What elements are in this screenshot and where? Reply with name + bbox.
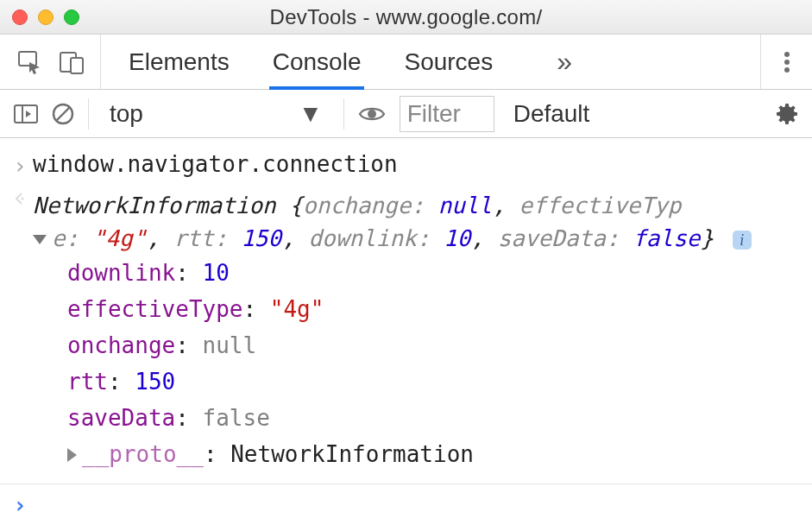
clear-console-icon[interactable] [52, 103, 74, 125]
svg-rect-2 [71, 58, 83, 73]
tab-label: Elements [129, 48, 230, 76]
window-title: DevTools - www.google.com/ [0, 5, 812, 29]
tab-label: Console [273, 48, 362, 76]
tab-label: Sources [404, 48, 493, 76]
expand-toggle-icon[interactable] [67, 448, 77, 462]
context-label: top [110, 100, 143, 128]
object-properties: downlink: 10effectiveType: "4g"onchange:… [33, 256, 803, 473]
object-preview[interactable]: NetworkInformation {onchange: null, effe… [33, 190, 803, 256]
console-input-row: › window.navigator.connection [0, 145, 812, 186]
object-property[interactable]: effectiveType: "4g" [67, 292, 803, 328]
close-window-button[interactable] [12, 9, 28, 25]
object-property[interactable]: rtt: 150 [67, 364, 803, 401]
svg-point-5 [784, 67, 790, 73]
kebab-icon [784, 50, 790, 74]
zoom-window-button[interactable] [64, 9, 79, 25]
console-output-content[interactable]: NetworkInformation {onchange: null, effe… [33, 190, 803, 473]
input-marker-icon: › [7, 149, 33, 183]
live-expression-icon[interactable] [358, 104, 386, 123]
window-controls [12, 9, 79, 25]
console-body: › window.navigator.connection NetworkInf… [0, 138, 812, 526]
object-property[interactable]: onchange: null [67, 328, 803, 364]
console-settings-icon[interactable] [774, 101, 800, 127]
dropdown-arrow-icon: ▼ [299, 100, 323, 128]
toolbar-separator [88, 98, 89, 130]
svg-line-9 [56, 107, 70, 121]
console-prompt-input[interactable] [33, 490, 803, 518]
execution-context-selector[interactable]: top ▼ [103, 96, 330, 132]
toggle-device-toolbar-icon[interactable] [59, 50, 85, 74]
active-tab-underline [269, 86, 365, 90]
console-prompt-row: › [0, 484, 812, 526]
filter-input[interactable] [400, 96, 494, 132]
object-property[interactable]: downlink: 10 [67, 256, 803, 292]
panel-tabs: Elements Console Sources » [101, 35, 760, 89]
toolbar-separator [343, 98, 344, 130]
output-marker-icon [7, 190, 33, 205]
prompt-marker-icon: › [7, 488, 33, 522]
object-proto[interactable]: __proto__: NetworkInformation [67, 437, 803, 473]
more-tabs-button[interactable]: » [557, 35, 567, 89]
console-input-text: window.navigator.connection [33, 149, 803, 181]
svg-point-10 [368, 110, 376, 118]
title-bar: DevTools - www.google.com/ [0, 0, 812, 35]
svg-point-4 [784, 60, 790, 65]
log-level-selector[interactable]: Default [508, 96, 595, 132]
more-tabs-icon: » [557, 46, 567, 78]
svg-point-11 [21, 197, 23, 199]
tab-sources[interactable]: Sources [404, 35, 493, 89]
toggle-console-sidebar-icon[interactable] [14, 104, 38, 124]
tab-elements[interactable]: Elements [129, 35, 230, 89]
devtools-tabs-bar: Elements Console Sources » [0, 35, 812, 90]
console-output-row: NetworkInformation {onchange: null, effe… [0, 186, 812, 477]
svg-point-3 [784, 52, 790, 57]
devtools-menu-button[interactable] [760, 35, 812, 89]
info-badge-icon[interactable]: i [733, 231, 752, 250]
minimize-window-button[interactable] [38, 9, 54, 25]
inspect-element-icon[interactable] [17, 50, 43, 74]
console-toolbar: top ▼ Default [0, 90, 812, 138]
object-property[interactable]: saveData: false [67, 401, 803, 437]
svg-rect-0 [19, 52, 36, 66]
object-class-name: NetworkInformation [33, 193, 276, 218]
log-level-label: Default [513, 100, 590, 128]
expand-toggle-icon[interactable] [33, 235, 47, 244]
tab-console[interactable]: Console [273, 35, 362, 89]
